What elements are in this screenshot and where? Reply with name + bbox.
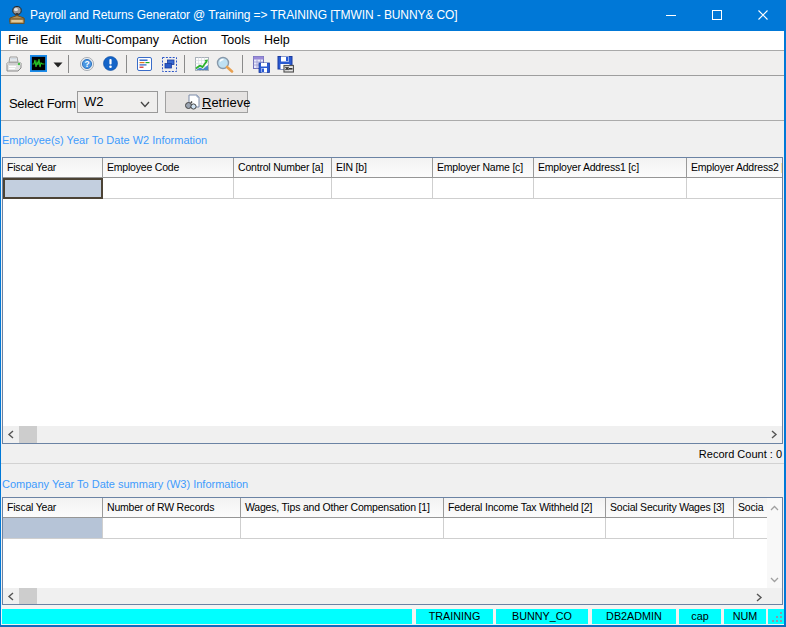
svg-text:?: ? [84, 59, 89, 69]
